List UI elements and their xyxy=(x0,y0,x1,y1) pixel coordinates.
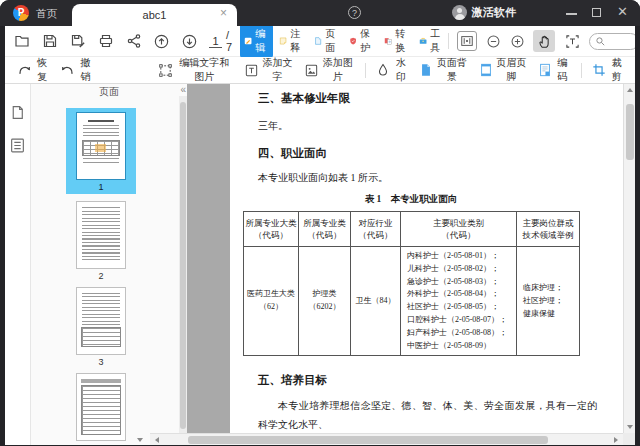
activate-software-label[interactable]: 激活软件 xyxy=(472,5,516,20)
divider xyxy=(581,63,582,78)
tab-page[interactable]: 页面 xyxy=(310,26,343,58)
sidebar-scrollbar[interactable] xyxy=(179,96,187,445)
numbering-icon xyxy=(538,63,552,77)
table-cell: 护理类 （6202） xyxy=(299,247,351,356)
save-icon[interactable] xyxy=(41,33,58,50)
save-as-icon[interactable] xyxy=(69,33,86,50)
watermark-drop-icon xyxy=(376,63,390,77)
thumbnails-panel-icon[interactable] xyxy=(9,104,26,121)
table-header-cell: 所属专业大类 （代码） xyxy=(244,212,299,247)
table-cell: 卫生（84） xyxy=(351,247,401,356)
table-header-row: 所属专业大类 （代码） 所属专业类 （代码） 对应行业 （代码） 主要职业类别 … xyxy=(244,212,580,247)
redo-button[interactable]: 恢复 xyxy=(17,56,49,84)
avatar xyxy=(452,5,467,20)
scroll-right-icon[interactable] xyxy=(614,437,618,443)
thumbnail-page-number: 1 xyxy=(98,182,103,192)
doc-heading: 五、培养目标 xyxy=(258,373,583,388)
close-button[interactable]: ✕ xyxy=(617,5,628,18)
print-icon[interactable] xyxy=(97,33,114,50)
table-header-cell: 所属专业类 （代码） xyxy=(299,212,351,247)
previous-page-icon[interactable] xyxy=(153,33,170,50)
sidebar-scrollbar-thumb[interactable] xyxy=(180,102,186,429)
table-header-cell: 主要岗位群或 技术领域举例 xyxy=(517,212,580,247)
pdf-page[interactable]: 三、基本修业年限 三年。 四、职业面向 本专业职业面向如表 1 所示。 表 1 … xyxy=(230,84,623,445)
edit-text-image-button[interactable]: 编辑文字和图片 xyxy=(158,56,233,84)
vertical-scrollbar[interactable] xyxy=(623,84,635,433)
tab-document[interactable]: abc1 × xyxy=(72,4,237,26)
collapse-panel-icon[interactable]: « xyxy=(180,84,186,95)
select-text-tool-button[interactable] xyxy=(563,32,581,50)
selection-frame-icon xyxy=(158,63,173,78)
zoom-in-button[interactable] xyxy=(509,33,525,49)
watermark-button[interactable]: 水印 xyxy=(376,56,408,84)
main-toolbar: 1 / 7 编辑 注释 页面 保护 xyxy=(5,26,635,57)
doc-text: 三年。 xyxy=(258,119,583,133)
header-footer-icon xyxy=(479,63,493,77)
convert-icon xyxy=(384,35,392,47)
tab-protect[interactable]: 保护 xyxy=(345,26,378,58)
thumbnail-list: 1 2 3 xyxy=(61,108,141,445)
thumbnail-item[interactable]: 2 xyxy=(76,201,126,287)
career-table: 所属专业大类 （代码） 所属专业类 （代码） 对应行业 （代码） 主要职业类别 … xyxy=(243,211,580,356)
page-background-button[interactable]: 页面背景 xyxy=(419,56,468,84)
share-icon[interactable] xyxy=(125,33,142,50)
undo-button[interactable]: 撤销 xyxy=(60,56,92,84)
app-logo-icon: P xyxy=(13,5,29,21)
thumbnail-selected[interactable]: 1 xyxy=(66,108,136,194)
doc-text: 本专业职业面向如表 1 所示。 xyxy=(258,171,583,185)
table-header-cell: 主要职业类别 （代码） xyxy=(401,212,517,247)
add-text-button[interactable]: 添加文字 xyxy=(244,56,293,84)
horizontal-scrollbar-thumb[interactable] xyxy=(188,436,548,444)
doc-tab-label: abc1 xyxy=(143,9,167,21)
pages-panel-title: 页面 xyxy=(31,84,187,100)
table-caption: 表 1 本专业职业面向 xyxy=(243,193,579,206)
table-cell: 临床护理； 社区护理； 健康保健 xyxy=(517,247,580,356)
table-header-cell: 对应行业 （代码） xyxy=(351,212,401,247)
search-icon xyxy=(595,36,606,47)
pages-panel: 页面 « 1 xyxy=(31,84,187,445)
page-icon xyxy=(314,35,322,47)
zoom-out-button[interactable] xyxy=(485,33,501,49)
thumbnail-item[interactable]: 4 xyxy=(76,373,126,445)
tab-annotate[interactable]: 注释 xyxy=(275,26,308,58)
edit-toolbar: 恢复 撤销 编辑文字和图片 添加文字 添加图片 水印 xyxy=(5,57,635,84)
vertical-scrollbar-thumb[interactable] xyxy=(626,104,634,160)
edit-pencil-icon xyxy=(244,35,252,47)
next-page-icon[interactable] xyxy=(181,33,198,50)
fit-width-button[interactable] xyxy=(457,31,477,51)
table-cell: 医药卫生大类 （62） xyxy=(244,247,299,356)
page-total-label: / 7 xyxy=(226,29,232,53)
header-footer-button[interactable]: 页眉页脚 xyxy=(479,56,528,84)
scrollbar-corner xyxy=(623,433,635,445)
hand-tool-button[interactable] xyxy=(533,30,555,52)
page-thumbnail[interactable] xyxy=(76,112,126,180)
account-area[interactable]: 激活软件 xyxy=(452,5,516,20)
minimize-button[interactable] xyxy=(566,13,577,15)
sidebar-scroll-down-icon[interactable] xyxy=(137,438,143,442)
tab-home[interactable]: 首页 xyxy=(36,7,57,21)
add-image-icon xyxy=(304,63,319,78)
bookmarks-panel-icon[interactable] xyxy=(9,137,26,154)
tab-edit[interactable]: 编辑 xyxy=(240,26,273,58)
scroll-down-icon[interactable] xyxy=(627,425,633,429)
search-input[interactable] xyxy=(589,33,635,50)
page-number-input[interactable]: 1 xyxy=(209,35,222,48)
thumbnail-item[interactable]: 3 xyxy=(76,287,126,373)
crop-button[interactable]: 裁剪 xyxy=(592,56,624,84)
scroll-up-icon[interactable] xyxy=(627,88,633,92)
titlebar: P 首页 abc1 × ? 激活软件 ✕ xyxy=(0,0,640,26)
horizontal-scrollbar[interactable] xyxy=(150,433,623,445)
maximize-button[interactable] xyxy=(592,8,601,17)
bates-numbering-button[interactable]: 编码 xyxy=(538,56,570,84)
tab-close-icon[interactable]: × xyxy=(220,7,227,19)
help-button[interactable]: ? xyxy=(348,6,361,19)
thumbnail-page-number: 3 xyxy=(98,357,103,367)
doc-heading: 三、基本修业年限 xyxy=(258,91,583,106)
add-image-button[interactable]: 添加图片 xyxy=(304,56,353,84)
tab-tools[interactable]: 工具 xyxy=(415,26,448,58)
open-file-icon[interactable] xyxy=(13,33,30,50)
page-background-icon xyxy=(419,63,433,77)
tab-convert[interactable]: 转换 xyxy=(380,26,413,58)
scroll-left-icon[interactable] xyxy=(155,437,159,443)
content-region: 页面 « 1 xyxy=(5,84,635,445)
